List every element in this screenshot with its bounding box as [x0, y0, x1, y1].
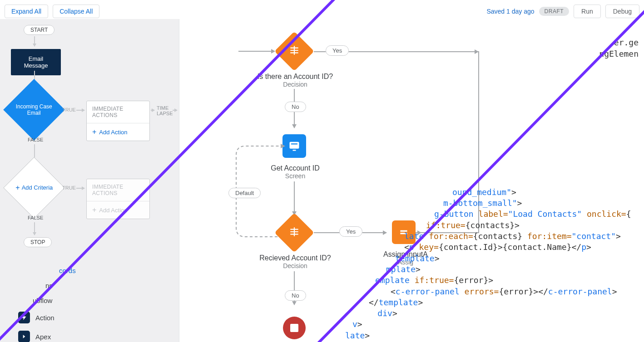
saved-timestamp: Saved 1 day ago [486, 8, 534, 15]
node-title: Recieved Account ID? [252, 254, 338, 262]
palette-action[interactable]: Action [18, 308, 76, 327]
chevron-right-icon [18, 331, 30, 342]
card-header: IMMEDIATE ACTIONS [87, 101, 149, 123]
default-branch-pill: Default [228, 188, 261, 198]
false-label: FALSE [28, 137, 43, 142]
node-title: Is there an Account ID? [248, 73, 343, 81]
arrow-icon [76, 188, 84, 189]
arrow-icon [173, 110, 177, 111]
decision-icon [288, 44, 300, 56]
palette-records[interactable]: cords [59, 263, 76, 278]
start-node: START [24, 25, 54, 35]
add-action-button[interactable]: +Add Action [87, 123, 149, 141]
immediate-actions-card-1[interactable]: IMMEDIATE ACTIONS +Add Action [86, 101, 150, 141]
end-node[interactable] [283, 317, 306, 339]
arrow-icon [34, 222, 35, 235]
add-criteria-node[interactable]: +Add Criteria [3, 157, 65, 219]
svg-rect-1 [293, 150, 296, 151]
expand-all-button[interactable]: Expand All [5, 5, 48, 18]
stop-node: STOP [24, 237, 52, 247]
decision-icon [288, 226, 300, 238]
true-label: TRUE [62, 107, 76, 112]
svg-rect-2 [291, 143, 297, 144]
run-button[interactable]: Run [574, 5, 601, 18]
arrow-icon [34, 36, 35, 46]
svg-marker-3 [281, 144, 285, 148]
criteria-node-1[interactable]: Incoming Case Email [3, 79, 65, 141]
bolt-icon [18, 312, 30, 323]
yes-branch-pill: Yes [326, 45, 349, 56]
palette-subflow[interactable]: ubflow [33, 293, 76, 308]
no-branch-pill: No [285, 102, 306, 112]
loop-connector [227, 134, 286, 239]
decision-node-account-id[interactable] [280, 37, 308, 65]
no-branch-pill: No [285, 290, 306, 301]
node-subtitle: Decision [252, 262, 338, 269]
process-builder-panel: START Email Message Incoming Case Email … [0, 19, 179, 342]
card-header: IMMEDIATE ACTIONS [87, 179, 149, 201]
debug-button[interactable]: Debug [605, 5, 639, 18]
code-fragment-main: ound_medium"> m-bottom_small"> g-button … [345, 187, 644, 341]
arrow-icon [238, 51, 275, 52]
code-fragment-top: er.ge ngElemen [599, 26, 639, 59]
node-subtitle: Decision [248, 81, 343, 88]
palette-actions[interactable]: ns [45, 278, 76, 293]
stop-icon [290, 324, 298, 332]
svg-rect-0 [290, 142, 299, 149]
decision-node-received-account[interactable] [280, 219, 308, 247]
arrow-icon [151, 110, 154, 111]
true-label: TRUE [62, 185, 76, 191]
trigger-node[interactable]: Email Message [11, 49, 61, 75]
palette-apex[interactable]: Apex [18, 327, 76, 342]
false-label: FALSE [28, 215, 43, 220]
screen-icon [288, 140, 301, 152]
arrow-icon [76, 110, 84, 111]
time-lapse-label: TIME LAPSE [157, 105, 173, 116]
arrow-icon [294, 181, 295, 215]
draft-badge: DRAFT [539, 7, 570, 16]
collapse-all-button[interactable]: Collapse All [53, 5, 99, 18]
immediate-actions-card-2: IMMEDIATE ACTIONS +Add Action [86, 179, 150, 219]
